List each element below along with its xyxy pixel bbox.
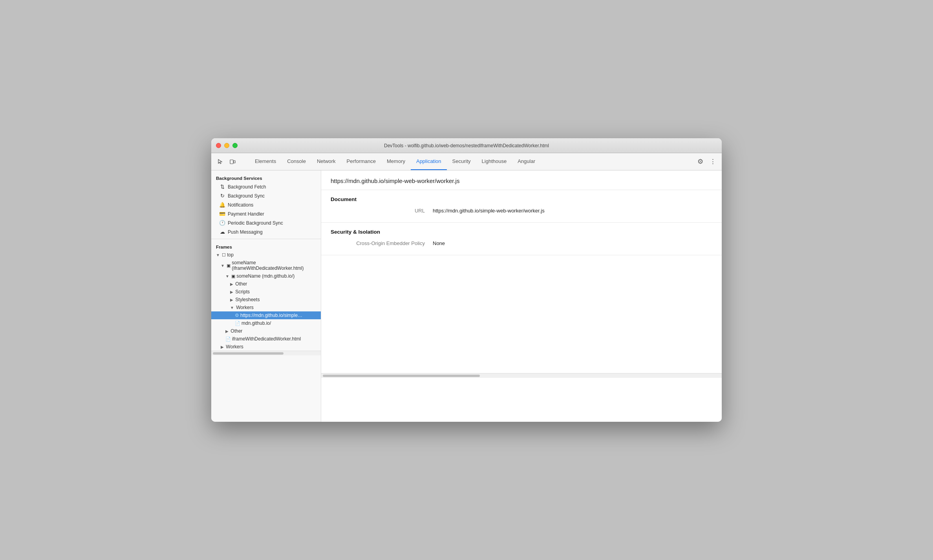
toolbar-icons [214, 156, 238, 167]
tree-label-worker-url: https://mdn.github.io/simple-web-worker [240, 313, 303, 318]
tree-label-top: top [227, 252, 234, 258]
tree-label-stylesheets: Stylesheets [235, 297, 260, 302]
caret-down-icon-2: ▼ [225, 274, 229, 278]
sidebar-item-label-notifications: Notifications [228, 202, 253, 208]
tree-item-top[interactable]: ▼ ☐ top [211, 251, 321, 259]
bg-fetch-icon: ⇅ [219, 184, 225, 190]
tree-item-scripts[interactable]: ▶ Scripts [211, 288, 321, 296]
tab-network[interactable]: Network [311, 153, 341, 170]
frame-icon-2: ▣ [231, 274, 235, 279]
sidebar-item-label-payment: Payment Handler [228, 211, 264, 217]
caret-right-icon-workers-top: ▶ [221, 345, 224, 349]
tab-security[interactable]: Security [447, 153, 476, 170]
cursor-icon-btn[interactable] [214, 156, 225, 167]
tree-label-scripts: Scripts [235, 289, 250, 295]
tree-label-mdn: mdn.github.io/ [241, 320, 271, 326]
tree-label-somename2: someName (mdn.github.io/) [236, 273, 295, 279]
caret-right-icon-other1: ▶ [230, 282, 233, 286]
sidebar-item-label-bg-fetch: Background Fetch [228, 184, 266, 190]
periodic-bg-sync-icon: 🕐 [219, 220, 225, 226]
tab-lighthouse[interactable]: Lighthouse [476, 153, 512, 170]
payment-handler-icon: 💳 [219, 211, 225, 217]
svg-rect-0 [230, 160, 233, 164]
detail-url: https://mdn.github.io/simple-web-worker/… [321, 170, 722, 190]
sidebar-item-label-push: Push Messaging [228, 229, 263, 235]
sidebar-item-bg-fetch[interactable]: ⇅ Background Fetch [211, 182, 321, 191]
gear-icon-worker: ⚙ [235, 313, 239, 318]
tree-label-iframe-html: iframeWithDedicatedWorker.html [232, 336, 301, 342]
main-scrollbar [321, 373, 722, 378]
sidebar-item-bg-sync[interactable]: ↻ Background Sync [211, 191, 321, 200]
background-services-title: Background Services [211, 174, 321, 182]
cursor-icon [217, 159, 223, 165]
toolbar: Elements Console Network Performance Mem… [211, 153, 722, 170]
tree-label-workers-top: Workers [226, 344, 243, 350]
tab-elements[interactable]: Elements [249, 153, 282, 170]
frame-icon-top: ☐ [222, 253, 226, 258]
tree-item-workers-top[interactable]: ▶ Workers [211, 343, 321, 351]
tree-item-iframe-html[interactable]: 📄 iframeWithDedicatedWorker.html [211, 335, 321, 343]
tree-item-worker-url[interactable]: ⚙ https://mdn.github.io/simple-web-worke… [211, 311, 321, 319]
settings-button[interactable]: ⚙ [695, 156, 706, 167]
tree-item-somename1[interactable]: ▼ ▣ someName (iframeWithDedicatedWorker.… [211, 259, 321, 272]
notifications-icon: 🔔 [219, 202, 225, 208]
tree-item-other2[interactable]: ▶ Other [211, 327, 321, 335]
devtools-window: DevTools - wolfib.github.io/web-demos/ne… [211, 138, 722, 422]
tree-item-mdn[interactable]: 📄 mdn.github.io/ [211, 319, 321, 327]
frame-icon-1: ▣ [227, 263, 231, 268]
frames-title: Frames [211, 242, 321, 251]
tree-item-somename2[interactable]: ▼ ▣ someName (mdn.github.io/) [211, 272, 321, 280]
main-content: Background Services ⇅ Background Fetch ↻… [211, 170, 722, 422]
tree-label-other2: Other [231, 328, 242, 334]
tab-memory[interactable]: Memory [381, 153, 411, 170]
minimize-button[interactable] [224, 143, 229, 148]
coep-value: None [433, 240, 445, 246]
tab-performance[interactable]: Performance [341, 153, 381, 170]
document-section-title: Document [331, 196, 712, 202]
caret-down-icon-workers: ▼ [230, 306, 234, 310]
more-button[interactable]: ⋮ [707, 156, 719, 167]
tree-label-other1: Other [235, 281, 247, 287]
caret-right-icon-stylesheets: ▶ [230, 298, 233, 302]
coep-label: Cross-Origin Embedder Policy [331, 240, 433, 246]
sidebar-divider [211, 239, 321, 239]
titlebar: DevTools - wolfib.github.io/web-demos/ne… [211, 138, 722, 153]
tree-item-stylesheets[interactable]: ▶ Stylesheets [211, 296, 321, 304]
window-title: DevTools - wolfib.github.io/web-demos/ne… [384, 143, 549, 148]
sidebar-item-push-messaging[interactable]: ☁ Push Messaging [211, 227, 321, 236]
close-button[interactable] [216, 143, 221, 148]
caret-right-icon-other2: ▶ [225, 329, 229, 333]
sidebar-item-payment-handler[interactable]: 💳 Payment Handler [211, 209, 321, 218]
tree-item-other1[interactable]: ▶ Other [211, 280, 321, 288]
caret-right-icon-scripts: ▶ [230, 290, 233, 294]
document-section: Document URL https://mdn.github.io/simpl… [321, 190, 722, 223]
maximize-button[interactable] [232, 143, 238, 148]
tree-item-workers[interactable]: ▼ Workers [211, 304, 321, 311]
tree-label-workers: Workers [236, 305, 253, 310]
security-section-title: Security & Isolation [331, 229, 712, 235]
frames-section: Frames ▼ ☐ top ▼ ▣ someName (iframeWithD… [211, 242, 321, 351]
sidebar-item-periodic-bg-sync[interactable]: 🕐 Periodic Background Sync [211, 218, 321, 227]
main-scrollbar-thumb[interactable] [323, 375, 480, 377]
sidebar-scrollbar-thumb[interactable] [213, 352, 284, 355]
tab-angular[interactable]: Angular [512, 153, 541, 170]
file-icon-mdn: 📄 [235, 321, 240, 326]
traffic-lights [216, 143, 238, 148]
sidebar: Background Services ⇅ Background Fetch ↻… [211, 170, 321, 422]
file-icon-iframe: 📄 [225, 337, 231, 342]
url-label: URL [331, 208, 433, 214]
svg-rect-1 [234, 161, 235, 163]
sidebar-item-label-bg-sync: Background Sync [228, 193, 265, 199]
main-panel: https://mdn.github.io/simple-web-worker/… [321, 170, 722, 422]
panel-empty-space [321, 255, 722, 373]
security-section: Security & Isolation Cross-Origin Embedd… [321, 223, 722, 255]
caret-down-icon-1: ▼ [221, 264, 225, 268]
bg-sync-icon: ↻ [219, 193, 225, 199]
sidebar-scrollbar [211, 351, 321, 355]
tab-application[interactable]: Application [411, 153, 447, 170]
sidebar-item-notifications[interactable]: 🔔 Notifications [211, 200, 321, 209]
push-messaging-icon: ☁ [219, 229, 225, 235]
coep-row: Cross-Origin Embedder Policy None [331, 240, 712, 246]
device-icon-btn[interactable] [227, 156, 238, 167]
tab-console[interactable]: Console [282, 153, 311, 170]
